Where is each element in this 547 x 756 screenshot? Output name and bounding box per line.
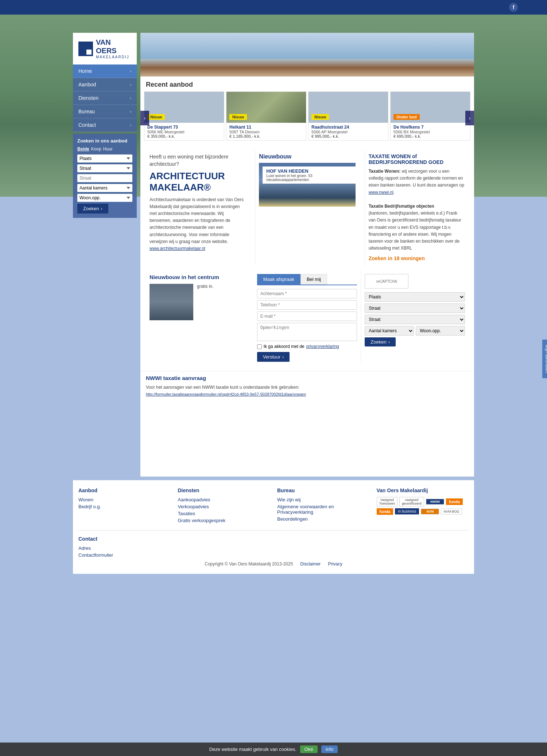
nav-arrow-icon: ›: [130, 123, 131, 127]
sidebar: VAN OERS MAKELAARDIJ Home › Aanbod › Die…: [73, 33, 137, 218]
footer-logo-inbusiness: in business: [395, 508, 419, 514]
opmerkingen-input[interactable]: [257, 323, 357, 341]
property-badge-3: Nieuw: [311, 114, 329, 120]
taxatie-nwwi-link[interactable]: www.nwwi.nl: [369, 190, 393, 195]
nwwi-section: NWWI taxatie aanvraag Voor het aanvragen…: [140, 371, 474, 403]
footer-link-wie-zijn-wij[interactable]: Wie zijn wij: [277, 497, 369, 502]
search-right-rooms[interactable]: Aantal kamers: [365, 326, 414, 336]
footer-logo-vastgoed-toetssteen: VastgoedToetssteen: [377, 497, 398, 506]
centrum-image: [150, 284, 193, 320]
logo-brand: VAN OERS: [96, 38, 131, 55]
search-place-select[interactable]: Plaats: [77, 154, 132, 162]
properties-grid: Nieuw De Stappert 73 5066 ME Moergestel …: [140, 91, 474, 144]
search-street-select[interactable]: Straat: [77, 164, 132, 172]
search-rooms-select[interactable]: Aantal kamers: [77, 184, 132, 192]
nav-item-home[interactable]: Home ›: [73, 64, 137, 78]
property-card-3[interactable]: Nieuw Raadhuisstraat 24 5066 AP Moergest…: [308, 91, 388, 141]
main-content: Recent aanbod ‹ Nieuw De Stappert 73 506…: [140, 33, 474, 477]
search-tab-koop[interactable]: Koop: [91, 146, 101, 152]
telefoon-input[interactable]: [257, 300, 357, 310]
property-image-4: Onder bod: [391, 92, 470, 123]
taxatie-section: TAXATIE WONEN of BEDRIJFSONROEREND GOED …: [365, 150, 469, 265]
search-tab-beide[interactable]: Beide: [77, 146, 89, 152]
property-card-2[interactable]: Nieuw Heikant 11 5087 TA Diessen € 1.185…: [226, 91, 306, 141]
nav-item-bureau[interactable]: Bureau ›: [73, 105, 137, 118]
property-image-3: Nieuw: [309, 92, 388, 123]
footer-link-bedrijf[interactable]: Bedrijf o.g.: [78, 504, 171, 509]
footer-link-taxaties[interactable]: Taxaties: [178, 511, 270, 516]
footer-col-aanbod-title: Aanbod: [78, 487, 171, 493]
email-input[interactable]: [257, 312, 357, 321]
nav-item-aanbod[interactable]: Aanbod ›: [73, 78, 137, 91]
achternaam-input[interactable]: [257, 289, 357, 298]
search-right-arrow-icon: ›: [388, 339, 390, 345]
search-street-input[interactable]: [77, 174, 132, 182]
property-address-3: Raadhuisstraat 24: [311, 125, 385, 130]
search-arrow-icon: ›: [101, 206, 102, 211]
search-right-street2[interactable]: Straat: [365, 315, 465, 324]
footer-link-aankoopadvies[interactable]: Aankoopadvies: [178, 497, 270, 502]
property-city-3: 5066 AP Moergestel: [311, 130, 385, 134]
search-right-button[interactable]: Zoeken ›: [365, 337, 396, 346]
carousel-next-button[interactable]: ›: [465, 111, 474, 125]
search-tab-huur[interactable]: Huur: [103, 146, 113, 152]
footer-link-wonen[interactable]: Wonen: [78, 497, 171, 502]
logo-box: VAN OERS MAKELAARDIJ: [73, 33, 137, 64]
arch-text: Architectuurmakelaar is onderdeel van Va…: [150, 196, 246, 252]
property-image-1: Nieuw: [144, 92, 224, 123]
privacy-checkbox[interactable]: [257, 344, 262, 349]
recent-section-title: Recent aanbod: [140, 77, 474, 91]
tab-call-me[interactable]: Bel mij: [300, 274, 327, 285]
search-box: Zoeken in ons aanbod Beide Koop Huur Pla…: [73, 134, 137, 218]
footer-privacy-link[interactable]: Privacy: [328, 561, 342, 567]
nieuwbouw-project-name: HOF VAN HEEDEN: [266, 168, 352, 174]
property-price-1: € 359.000,- k.k.: [147, 134, 221, 138]
footer-col-company: Van Oers Makelaardij VastgoedToetssteen …: [377, 487, 469, 525]
footer-logo-nwwi: NWWI: [426, 499, 444, 505]
favorites-tab[interactable]: Mijn favorieten: [542, 339, 547, 378]
nav-item-diensten[interactable]: Diensten ›: [73, 91, 137, 105]
search-button[interactable]: Zoeken ›: [77, 204, 108, 214]
nav-item-contact[interactable]: Contact ›: [73, 118, 137, 132]
footer-link-voorwaarden[interactable]: Algemene voorwaarden en Privacyverklarin…: [277, 504, 369, 515]
property-city-1: 5066 ME Moergestel: [147, 130, 221, 134]
arch-link[interactable]: www.architectuurmakelaar.nl: [150, 246, 205, 251]
property-price-2: € 1.185.000,- k.k.: [229, 134, 303, 138]
nieuwbouw-image: HOF VAN HEEDEN Luxe wonen in het groen. …: [259, 163, 355, 207]
captcha-box: reCAPTCHA: [365, 274, 408, 289]
privacy-link[interactable]: privacyverklaring: [306, 344, 339, 349]
nwwi-text: Voor het aanvragen van een NWWI taxatie …: [146, 384, 469, 398]
top-bar: f: [0, 0, 547, 15]
property-card-1[interactable]: Nieuw De Stappert 73 5066 ME Moergestel …: [144, 91, 224, 141]
footer-col-diensten-title: Diensten: [178, 487, 270, 493]
footer-link-verkoopadvies[interactable]: Verkoopadvies: [178, 504, 270, 509]
footer-link-beoordelingen[interactable]: Beoordelingen: [277, 516, 369, 522]
tab-make-appointment[interactable]: Maak afspraak: [257, 274, 300, 285]
property-info-1: De Stappert 73 5066 ME Moergestel € 359.…: [144, 123, 224, 140]
property-card-4[interactable]: Onder bod De Hoefkens 7 5066 BX Moergest…: [390, 91, 470, 141]
submit-button[interactable]: Verstuur ›: [257, 352, 290, 362]
property-image-2: Nieuw: [226, 92, 306, 123]
footer-contact-row: Contact Adres Contactformulier: [78, 530, 469, 558]
search-right-section: reCAPTCHA Plaats Straat Straat Aantal ka…: [361, 270, 469, 365]
search-right-place[interactable]: Plaats: [365, 292, 465, 302]
nav-arrow-icon: ›: [130, 110, 131, 114]
footer-logo-funda2: funda: [377, 508, 393, 515]
search-area-select[interactable]: Woon.opp.: [77, 194, 132, 202]
nav-arrow-icon: ›: [130, 83, 131, 87]
facebook-icon[interactable]: f: [509, 3, 518, 12]
nav-arrow-icon: ›: [130, 96, 131, 100]
footer-disclaimer-link[interactable]: Disclaimer: [300, 561, 321, 567]
carousel-prev-button[interactable]: ‹: [140, 111, 149, 125]
footer-logo-vastgoed-gecertificeerd: vastgoedgecertificeerd: [399, 497, 424, 506]
taxatie-title: TAXATIE WONEN of BEDRIJFSONROEREND GOED: [369, 153, 465, 165]
footer-link-contactformulier[interactable]: Contactformulier: [78, 552, 469, 558]
footer-link-verkoopgesprek[interactable]: Gratis verkoopgesprek: [178, 518, 270, 523]
nwwi-link[interactable]: http://formulier.taxatieaanvraagformulie…: [146, 392, 306, 396]
footer-copyright: Copyright © Van Oers Makelaardij 2013-20…: [205, 561, 293, 567]
footer-col-company-title: Van Oers Makelaardij: [377, 487, 469, 493]
footer-logo-nvm-bog: NVM-BOG: [441, 509, 462, 514]
search-right-area[interactable]: Woon.opp.: [416, 326, 465, 336]
footer-link-adres[interactable]: Adres: [78, 545, 469, 551]
search-right-street[interactable]: Straat: [365, 303, 465, 313]
